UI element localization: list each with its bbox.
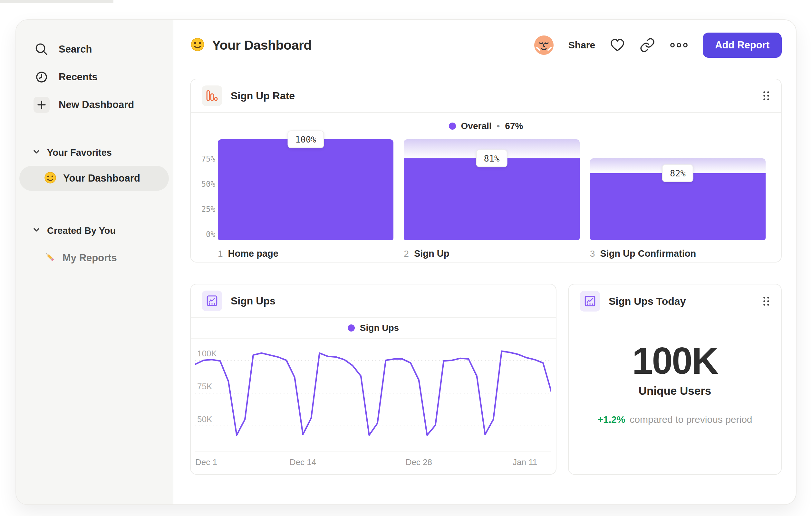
funnel-bar[interactable]: 100% xyxy=(218,139,394,240)
funnel-value-chip: 82% xyxy=(662,164,693,182)
background-window-edge xyxy=(0,0,113,3)
funnel-y-tick: 0% xyxy=(206,230,215,239)
stat-subtitle: Unique Users xyxy=(639,384,712,397)
step-index: 1 xyxy=(218,249,223,259)
sidebar-item-recents[interactable]: Recents xyxy=(16,63,173,91)
pencil-emoji xyxy=(44,251,57,265)
card-title: Sign Ups Today xyxy=(609,295,686,307)
sign-up-rate-card-header: Sign Up Rate xyxy=(191,79,781,113)
avatar[interactable] xyxy=(533,35,554,55)
drag-handle-icon[interactable] xyxy=(762,296,770,307)
funnel-y-tick: 25% xyxy=(201,205,215,214)
legend-separator: • xyxy=(497,121,500,131)
legend-series-name: Sign Ups xyxy=(360,323,399,333)
line-x-tick: Dec 1 xyxy=(195,457,217,467)
line-x-tick: Dec 14 xyxy=(290,457,316,467)
link-icon[interactable] xyxy=(640,37,655,53)
step-name: Sign Up Confirmation xyxy=(600,248,696,259)
funnel-bar-fill xyxy=(404,158,579,240)
line-legend[interactable]: Sign Ups xyxy=(191,318,556,338)
stat-body: 100K Unique Users +1.2% compared to prev… xyxy=(569,318,781,474)
favorites-section-header[interactable]: Your Favorites xyxy=(16,144,173,161)
step-index: 3 xyxy=(590,249,595,259)
dashboard-header: Your Dashboard Share Add Report xyxy=(190,30,782,61)
funnel-chart: 75%50%25%0% 100%81%82% xyxy=(191,139,781,240)
stat-delta: +1.2% compared to previous period xyxy=(598,414,752,425)
plus-icon xyxy=(33,97,50,113)
chevron-down-icon xyxy=(33,150,40,156)
more-options-icon[interactable] xyxy=(669,42,689,48)
sidebar-item-search[interactable]: Search xyxy=(16,35,173,63)
line-y-tick: 50K xyxy=(197,414,212,425)
stat-value: 100K xyxy=(632,339,718,382)
sidebar-item-label: New Dashboard xyxy=(59,99,134,111)
step-index: 2 xyxy=(404,249,409,259)
funnel-y-axis: 75%50%25%0% xyxy=(197,139,215,240)
sidebar-item-label: Your Dashboard xyxy=(63,172,140,184)
funnel-value-chip: 81% xyxy=(476,150,508,167)
legend-overall-value: 67% xyxy=(505,121,523,131)
line-y-tick: 75K xyxy=(197,382,212,391)
sidebar-item-label: Recents xyxy=(59,71,98,83)
line-y-tick: 100K xyxy=(197,349,217,359)
funnel-plot: 100%81%82% xyxy=(218,139,765,240)
legend-series-name: Overall xyxy=(461,121,492,131)
funnel-step-labels: 1Home page2Sign Up3Sign Up Confirmation xyxy=(191,240,781,259)
delta-caption: compared to previous period xyxy=(630,414,752,425)
sign-ups-today-card: Sign Ups Today 100K Unique Users +1.2% c… xyxy=(568,284,782,475)
card-title: Sign Ups xyxy=(231,295,276,307)
heart-icon[interactable] xyxy=(609,38,626,53)
page-title: Your Dashboard xyxy=(212,38,312,53)
legend-dot xyxy=(348,324,355,331)
drag-handle-icon[interactable] xyxy=(762,90,770,101)
line-x-tick: Jan 11 xyxy=(513,457,537,467)
section-label: Your Favorites xyxy=(47,147,112,158)
funnel-bar[interactable]: 82% xyxy=(590,139,765,240)
funnel-value-chip: 100% xyxy=(287,131,324,148)
step-name: Home page xyxy=(228,248,279,259)
funnel-bar[interactable]: 81% xyxy=(404,139,579,240)
funnel-step-label: 1Home page xyxy=(218,248,394,259)
line-chart-icon xyxy=(580,291,600,311)
funnel-step-label: 2Sign Up xyxy=(404,248,579,259)
created-by-you-section-header[interactable]: Created By You xyxy=(16,222,173,239)
line-x-tick: Dec 28 xyxy=(406,457,432,467)
sidebar-item-my-reports[interactable]: My Reports xyxy=(19,248,169,268)
sign-ups-line xyxy=(195,338,551,451)
clock-icon xyxy=(33,69,50,85)
funnel-step-label: 3Sign Up Confirmation xyxy=(590,248,765,259)
sign-ups-card-header: Sign Ups xyxy=(191,284,556,318)
funnel-bar-fill xyxy=(590,173,765,240)
section-label: Created By You xyxy=(47,225,116,236)
sidebar-section-created-by-you: Created By You My Reports xyxy=(16,222,173,268)
sidebar-item-new-dashboard[interactable]: New Dashboard xyxy=(16,91,173,119)
sign-up-rate-card: Sign Up Rate Overall • 67% 75%50%25%0% 1… xyxy=(190,79,782,263)
smiley-emoji xyxy=(190,37,205,53)
sidebar-item-label: Search xyxy=(59,44,92,55)
line-chart: 100K75K50K xyxy=(195,338,551,451)
card-title: Sign Up Rate xyxy=(231,90,295,102)
add-report-button[interactable]: Add Report xyxy=(703,33,782,58)
share-button[interactable]: Share xyxy=(569,40,595,51)
line-chart-icon xyxy=(202,291,222,311)
search-icon xyxy=(33,41,50,57)
main-content: Your Dashboard Share Add Report xyxy=(173,20,796,505)
legend-dot xyxy=(449,123,456,130)
funnel-legend[interactable]: Overall • 67% xyxy=(191,113,781,139)
chevron-down-icon xyxy=(33,228,40,234)
sidebar-section-favorites: Your Favorites Your Dashboard xyxy=(16,144,173,191)
bar-chart-icon xyxy=(202,85,222,106)
line-x-axis: Dec 1Dec 14Dec 28Jan 11 xyxy=(195,451,551,472)
funnel-y-tick: 50% xyxy=(201,180,215,189)
sign-ups-today-card-header: Sign Ups Today xyxy=(569,284,781,318)
sidebar-item-label: My Reports xyxy=(62,252,117,264)
sign-ups-card: Sign Ups Sign Ups 100K75K50K Dec 1Dec 14… xyxy=(190,284,556,475)
smiley-emoji xyxy=(44,171,57,185)
delta-percent: +1.2% xyxy=(598,414,625,425)
sidebar-item-your-dashboard[interactable]: Your Dashboard xyxy=(19,166,169,191)
funnel-y-tick: 75% xyxy=(201,155,215,164)
sidebar: Search Recents New Dashboard Your Favori… xyxy=(16,20,173,505)
funnel-bar-fill xyxy=(218,139,394,240)
step-name: Sign Up xyxy=(414,248,450,259)
app-window: Search Recents New Dashboard Your Favori… xyxy=(16,19,796,505)
